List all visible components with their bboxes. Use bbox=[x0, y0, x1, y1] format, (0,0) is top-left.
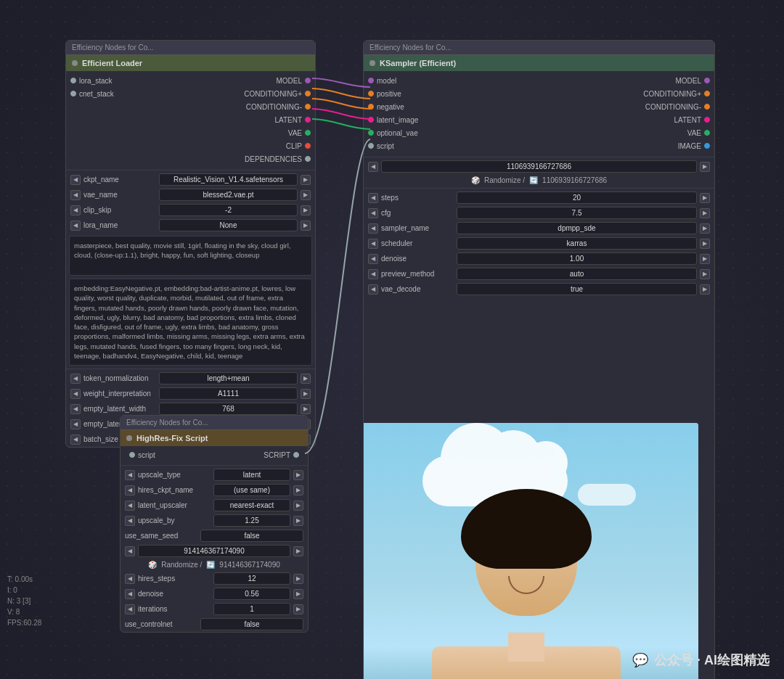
ks-out-image[interactable]: IMAGE bbox=[539, 139, 715, 152]
lora-value[interactable]: None bbox=[159, 219, 298, 231]
hs-arrow-left[interactable]: ◀ bbox=[125, 574, 135, 584]
port-cnet-stack[interactable]: cnet_stack bbox=[66, 87, 191, 100]
port-out-cond-neg[interactable]: CONDITIONING- bbox=[191, 100, 316, 113]
ks-out-latent-dot[interactable] bbox=[704, 117, 710, 123]
sched-arrow-right[interactable]: ▶ bbox=[700, 239, 710, 249]
ks-positive-dot[interactable] bbox=[368, 91, 374, 96]
steps-value[interactable]: 20 bbox=[457, 192, 697, 204]
hd-arrow-right[interactable]: ▶ bbox=[293, 589, 303, 599]
port-lora-stack[interactable]: lora_stack bbox=[66, 74, 191, 87]
negative-prompt[interactable]: embedding:EasyNegative.pt, embedding:bad… bbox=[69, 279, 312, 366]
hc-value[interactable]: (use same) bbox=[213, 484, 290, 496]
hr-seed-value[interactable]: 914146367174090 bbox=[138, 545, 290, 557]
port-out-clip[interactable]: CLIP bbox=[191, 139, 316, 152]
ss-value[interactable]: false bbox=[200, 530, 303, 542]
ks-port-script[interactable]: script bbox=[364, 139, 539, 152]
vae-value[interactable]: blessed2.vae.pt bbox=[159, 189, 298, 201]
out-vae-dot[interactable] bbox=[305, 130, 311, 136]
seed-arrow-right[interactable]: ▶ bbox=[700, 162, 710, 172]
ub-arrow-right[interactable]: ▶ bbox=[293, 516, 303, 526]
weight-value[interactable]: A1111 bbox=[159, 387, 298, 400]
ks-port-opt-vae[interactable]: optional_vae bbox=[364, 126, 539, 139]
positive-prompt[interactable]: masterpiece, best quality, movie still, … bbox=[69, 236, 312, 276]
hc-arrow-right[interactable]: ▶ bbox=[293, 485, 303, 495]
clip-arrow-right[interactable]: ▶ bbox=[301, 205, 311, 215]
denoise-value[interactable]: 1.00 bbox=[457, 252, 697, 265]
port-out-cond-pos[interactable]: CONDITIONING+ bbox=[191, 87, 316, 100]
lh-arrow-left[interactable]: ◀ bbox=[70, 419, 81, 429]
hd-value[interactable]: 0.56 bbox=[213, 588, 290, 600]
ks-optvae-dot[interactable] bbox=[368, 130, 374, 136]
lu-arrow-left[interactable]: ◀ bbox=[125, 501, 135, 511]
lw-value[interactable]: 768 bbox=[159, 403, 298, 415]
denoise-arrow-left[interactable]: ◀ bbox=[368, 254, 378, 264]
lu-arrow-right[interactable]: ▶ bbox=[293, 501, 303, 511]
hs-value[interactable]: 12 bbox=[213, 572, 290, 585]
it-arrow-right[interactable]: ▶ bbox=[293, 604, 303, 614]
token-arrow-left[interactable]: ◀ bbox=[70, 374, 81, 384]
ks-out-model-dot[interactable] bbox=[704, 78, 710, 83]
ks-port-model[interactable]: model bbox=[364, 74, 539, 87]
hc-arrow-left[interactable]: ◀ bbox=[125, 485, 135, 495]
denoise-arrow-right[interactable]: ▶ bbox=[700, 254, 710, 264]
ks-out-model[interactable]: MODEL bbox=[539, 74, 715, 87]
ks-out-condpos-dot[interactable] bbox=[704, 91, 710, 96]
ks-out-cond-neg[interactable]: CONDITIONING- bbox=[539, 100, 715, 113]
sampler-arrow-left[interactable]: ◀ bbox=[368, 223, 378, 234]
sampler-arrow-right[interactable]: ▶ bbox=[700, 223, 710, 234]
ks-out-latent[interactable]: LATENT bbox=[539, 113, 715, 126]
ks-out-vae[interactable]: VAE bbox=[539, 126, 715, 139]
steps-arrow-right[interactable]: ▶ bbox=[700, 193, 710, 203]
hr-port-script-in[interactable]: script bbox=[125, 448, 214, 461]
ks-port-positive[interactable]: positive bbox=[364, 87, 539, 100]
cfg-value[interactable]: 7.5 bbox=[457, 207, 697, 219]
hs-arrow-right[interactable]: ▶ bbox=[293, 574, 303, 584]
clip-arrow-left[interactable]: ◀ bbox=[70, 205, 81, 215]
ckpt-value[interactable]: Realistic_Vision_V1.4.safetensors bbox=[159, 173, 298, 186]
hd-arrow-left[interactable]: ◀ bbox=[125, 589, 135, 599]
cnet-stack-dot[interactable] bbox=[70, 91, 76, 96]
it-arrow-left[interactable]: ◀ bbox=[125, 604, 135, 614]
preview-arrow-left[interactable]: ◀ bbox=[368, 269, 378, 279]
hr-script-in-dot[interactable] bbox=[129, 452, 135, 458]
token-value[interactable]: length+mean bbox=[159, 372, 298, 384]
port-out-vae[interactable]: VAE bbox=[191, 126, 316, 139]
seed-arrow-left[interactable]: ◀ bbox=[368, 162, 378, 172]
token-arrow-right[interactable]: ▶ bbox=[301, 374, 311, 384]
ks-out-condneg-dot[interactable] bbox=[704, 104, 710, 110]
lora-stack-dot[interactable] bbox=[70, 78, 76, 83]
it-value[interactable]: 1 bbox=[213, 603, 290, 615]
ks-latent-dot[interactable] bbox=[368, 117, 374, 123]
hr-script-out-dot[interactable] bbox=[293, 452, 299, 458]
ub-arrow-left[interactable]: ◀ bbox=[125, 516, 135, 526]
vae-arrow-right[interactable]: ▶ bbox=[301, 190, 311, 200]
randomize-row[interactable]: 🎲 Randomize / 🔄 1106939166727686 bbox=[364, 174, 714, 186]
ks-out-cond-pos[interactable]: CONDITIONING+ bbox=[539, 87, 715, 100]
out-clip-dot[interactable] bbox=[305, 143, 311, 149]
batch-arrow-left[interactable]: ◀ bbox=[70, 435, 81, 445]
hr-seed-arrow-left[interactable]: ◀ bbox=[125, 546, 135, 556]
weight-arrow-right[interactable]: ▶ bbox=[301, 389, 311, 399]
ks-model-dot[interactable] bbox=[368, 78, 374, 83]
preview-arrow-right[interactable]: ▶ bbox=[700, 269, 710, 279]
out-latent-dot[interactable] bbox=[305, 117, 311, 123]
seed-value[interactable]: 1106939166727686 bbox=[381, 160, 697, 173]
vaedec-value[interactable]: true bbox=[457, 283, 697, 295]
weight-arrow-left[interactable]: ◀ bbox=[70, 389, 81, 399]
ks-negative-dot[interactable] bbox=[368, 104, 374, 110]
cn-value[interactable]: false bbox=[200, 618, 303, 630]
lora-arrow-left[interactable]: ◀ bbox=[70, 221, 81, 231]
vae-arrow-left[interactable]: ◀ bbox=[70, 190, 81, 200]
ks-port-latent[interactable]: latent_image bbox=[364, 113, 539, 126]
ckpt-arrow-right[interactable]: ▶ bbox=[301, 175, 311, 185]
lora-arrow-right[interactable]: ▶ bbox=[301, 221, 311, 231]
ut-value[interactable]: latent bbox=[213, 469, 290, 481]
ut-arrow-right[interactable]: ▶ bbox=[293, 470, 303, 480]
cfg-arrow-right[interactable]: ▶ bbox=[700, 208, 710, 218]
clip-value[interactable]: -2 bbox=[159, 204, 298, 216]
out-cond-pos-dot[interactable] bbox=[305, 91, 311, 96]
steps-arrow-left[interactable]: ◀ bbox=[368, 193, 378, 203]
ut-arrow-left[interactable]: ◀ bbox=[125, 470, 135, 480]
port-out-model[interactable]: MODEL bbox=[191, 74, 316, 87]
sched-value[interactable]: karras bbox=[457, 237, 697, 250]
